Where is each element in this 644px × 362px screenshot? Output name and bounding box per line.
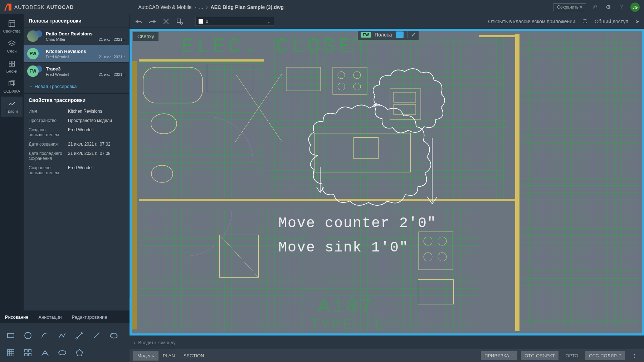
svg-line-35 bbox=[220, 236, 258, 277]
header-right: Сохранить▾ ⎙ ⚙ ? JG bbox=[553, 3, 640, 12]
breadcrumb-root[interactable]: AutoCAD Web & Mobile bbox=[138, 4, 191, 10]
trace-date: 21 июл. 2021 г. bbox=[99, 37, 126, 41]
svg-rect-12 bbox=[177, 19, 181, 23]
rail-traces-label: Трас-и bbox=[6, 109, 18, 113]
snap-toggle[interactable]: ПРИВЯЗКА ˄ bbox=[481, 351, 517, 360]
avatar: FW bbox=[27, 65, 39, 77]
new-trace-button[interactable]: ＋ Новая Трассировка bbox=[24, 80, 129, 93]
svg-rect-42 bbox=[8, 349, 14, 356]
rectangle-tool-icon[interactable] bbox=[3, 328, 19, 343]
svg-marker-3 bbox=[9, 41, 15, 44]
trace-name: Trace3 bbox=[46, 66, 126, 72]
ortho-toggle[interactable]: ОРТО bbox=[562, 351, 582, 360]
grid-tool-icon[interactable] bbox=[20, 345, 36, 361]
undo-icon[interactable] bbox=[134, 16, 144, 26]
select-icon[interactable] bbox=[175, 16, 185, 26]
prop-label: Создано пользователем bbox=[29, 127, 68, 137]
trace-props-title: Свойства трассировки bbox=[24, 93, 129, 107]
stove-icon bbox=[418, 231, 454, 270]
hatch-tool-icon[interactable] bbox=[3, 345, 19, 361]
command-line[interactable]: › Введите команду bbox=[130, 336, 644, 349]
svg-rect-50 bbox=[29, 353, 31, 356]
circle-tool-icon[interactable] bbox=[20, 328, 36, 343]
arc-tool-icon[interactable] bbox=[37, 328, 53, 343]
chevron-down-icon: ▾ bbox=[580, 5, 582, 10]
line2pt-tool-icon[interactable] bbox=[72, 328, 87, 343]
breadcrumb-mid[interactable]: ... bbox=[199, 4, 203, 10]
trace-item[interactable]: Patio Door Revisions Chris Miller21 июл.… bbox=[24, 27, 129, 45]
svg-rect-5 bbox=[12, 61, 14, 63]
rail-reference-label: ССЫЛКА bbox=[4, 89, 20, 93]
polygon-tool-icon[interactable] bbox=[72, 345, 87, 361]
svg-point-21 bbox=[353, 83, 361, 90]
prop-value: Kitchen Revisions bbox=[68, 109, 124, 114]
new-trace-label: Новая Трассировка bbox=[35, 84, 77, 89]
snap-icon[interactable] bbox=[161, 16, 171, 26]
svg-point-16 bbox=[151, 165, 173, 182]
polar-toggle[interactable]: ОТС-ПОЛЯР ˄ bbox=[585, 351, 625, 360]
svg-point-52 bbox=[59, 351, 66, 355]
rail-traces[interactable]: Трас-и bbox=[1, 97, 23, 117]
svg-marker-53 bbox=[76, 349, 83, 356]
tab-section[interactable]: SECTION bbox=[179, 351, 209, 361]
rail-properties[interactable]: Свойства bbox=[1, 16, 23, 36]
trace-toolbar: FW Полоса ✓ bbox=[358, 30, 419, 40]
layer-dropdown[interactable]: 0 ⌄ bbox=[195, 17, 274, 26]
chevron-right-icon: › bbox=[206, 4, 208, 10]
line-tool-icon[interactable] bbox=[89, 328, 104, 343]
revcloud-tool-icon[interactable] bbox=[106, 328, 122, 343]
rail-layers[interactable]: Слои bbox=[1, 36, 23, 57]
ellipse-tool-icon[interactable] bbox=[54, 345, 70, 361]
traces-panel: Полосы трассировки Patio Door Revisions … bbox=[24, 14, 130, 298]
redo-icon[interactable] bbox=[147, 16, 157, 26]
stove-icon bbox=[332, 67, 368, 95]
svg-rect-48 bbox=[29, 349, 31, 352]
trace-date: 21 июл. 2021 г. bbox=[99, 72, 126, 77]
reference-icon bbox=[8, 80, 16, 88]
prop-value: 21 июл. 2021 г., 07:02 bbox=[68, 142, 124, 147]
prop-label: Имя bbox=[29, 109, 68, 114]
monitor-icon: 🖵 bbox=[582, 19, 587, 24]
breadcrumb: AutoCAD Web & Mobile › ... › AEC Bldg Pl… bbox=[138, 4, 284, 10]
sheet-number: A107 bbox=[318, 295, 374, 318]
trace-item[interactable]: FW Kitchen Revisions Fred Wendell21 июл.… bbox=[24, 45, 129, 62]
sink-icon bbox=[150, 163, 175, 185]
user-avatar[interactable]: JG bbox=[630, 3, 640, 12]
brand-area: AUTODESK AUTOCAD bbox=[4, 4, 74, 11]
rail-reference[interactable]: ССЫЛКА bbox=[1, 77, 23, 97]
prop-label: Сохранено пользователем bbox=[29, 165, 68, 175]
svg-rect-49 bbox=[25, 353, 27, 356]
osnap-toggle[interactable]: ОТС-ОБЪЕКТ bbox=[521, 351, 558, 360]
prop-value: 21 июл. 2021 г., 07:08 bbox=[68, 151, 124, 161]
layer-color-swatch bbox=[199, 19, 203, 24]
tab-draw[interactable]: Рисование bbox=[5, 314, 28, 320]
svg-rect-47 bbox=[25, 349, 27, 352]
status-bar: Модель PLAN SECTION ПРИВЯЗКА ˄ ОТС-ОБЪЕК… bbox=[130, 349, 644, 362]
save-button[interactable]: Сохранить▾ bbox=[553, 3, 586, 11]
prop-value: Fred Wendell bbox=[68, 165, 124, 175]
prop-value: Пространство модели bbox=[68, 118, 124, 123]
tab-plan[interactable]: PLAN bbox=[158, 351, 179, 361]
tab-model[interactable]: Модель bbox=[133, 351, 158, 361]
rail-blocks[interactable]: Блоки bbox=[1, 57, 23, 77]
avatar bbox=[27, 30, 39, 42]
print-icon[interactable]: ⎙ bbox=[592, 4, 599, 11]
share-link[interactable]: Общий доступ bbox=[595, 19, 628, 24]
drawing-canvas[interactable]: Move counter 2'0" Move sink 1'0" ELEC. C… bbox=[130, 29, 644, 336]
image-icon[interactable] bbox=[396, 31, 404, 38]
brand-prefix: AUTODESK bbox=[14, 4, 45, 10]
tab-edit[interactable]: Редактирование bbox=[72, 314, 107, 320]
polyline-tool-icon[interactable] bbox=[54, 328, 70, 343]
check-icon[interactable]: ✓ bbox=[411, 31, 416, 38]
trace-author: Fred Wendell bbox=[46, 72, 69, 77]
help-icon[interactable]: ? bbox=[618, 4, 625, 11]
more-icon[interactable]: ⋮ bbox=[629, 351, 640, 360]
tab-annotate[interactable]: Аннотации bbox=[38, 314, 62, 320]
measure-tool-icon[interactable] bbox=[37, 345, 53, 361]
trace-item[interactable]: FW Trace3 Fred Wendell21 июл. 2021 г. bbox=[24, 62, 129, 80]
svg-point-18 bbox=[338, 72, 345, 79]
send-icon[interactable]: ➤ bbox=[635, 19, 640, 24]
autodesk-logo-icon bbox=[4, 4, 11, 11]
gear-icon[interactable]: ⚙ bbox=[605, 4, 612, 11]
open-classic-link[interactable]: Открыть в классическом приложении bbox=[488, 19, 575, 24]
